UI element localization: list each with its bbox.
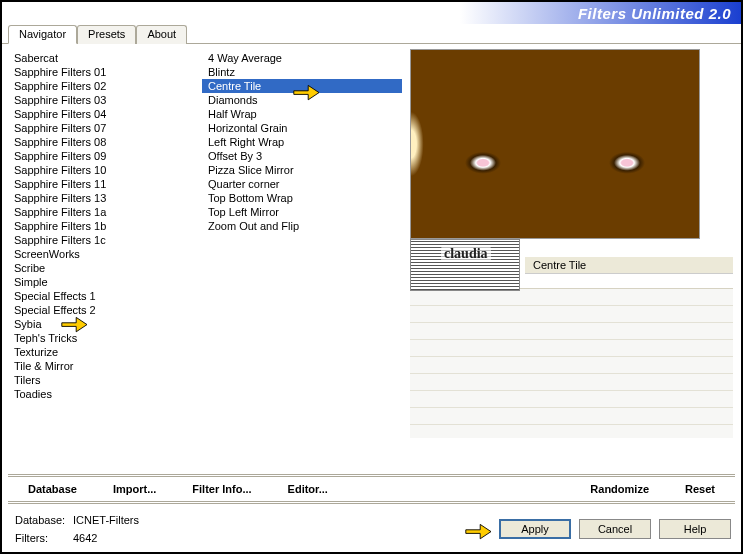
list-item[interactable]: Sapphire Filters 10: [8, 163, 202, 177]
watermark: [410, 239, 520, 291]
tab-navigator[interactable]: Navigator: [8, 25, 77, 44]
tab-about[interactable]: About: [136, 25, 187, 44]
param-row: [410, 391, 733, 408]
filter-info-button[interactable]: Filter Info...: [182, 481, 261, 497]
filter-column: 4 Way AverageBlintzCentre TileDiamondsHa…: [202, 44, 402, 474]
app-title: Filters Unlimited 2.0: [578, 5, 731, 22]
database-button[interactable]: Database: [18, 481, 87, 497]
list-item[interactable]: Zoom Out and Flip: [202, 219, 402, 233]
import-button[interactable]: Import...: [103, 481, 166, 497]
list-item[interactable]: Sapphire Filters 02: [8, 79, 202, 93]
list-item[interactable]: Sapphire Filters 09: [8, 149, 202, 163]
list-item[interactable]: Half Wrap: [202, 107, 402, 121]
list-item[interactable]: Sapphire Filters 1c: [8, 233, 202, 247]
list-item[interactable]: Diamonds: [202, 93, 402, 107]
list-item[interactable]: Tilers: [8, 373, 202, 387]
list-item[interactable]: 4 Way Average: [202, 51, 402, 65]
bottom-bar: Database: ICNET-Filters Filters: 4642 Ap…: [2, 504, 741, 554]
list-item[interactable]: Offset By 3: [202, 149, 402, 163]
list-item[interactable]: Horizontal Grain: [202, 121, 402, 135]
main-area: SabercatSapphire Filters 01Sapphire Filt…: [2, 44, 741, 474]
preview-column: Centre Tile: [402, 44, 741, 474]
status-db-value: ICNET-Filters: [72, 512, 140, 528]
editor-button[interactable]: Editor...: [278, 481, 338, 497]
list-item[interactable]: Tile & Mirror: [8, 359, 202, 373]
preview-image: [410, 49, 700, 239]
status-filters-value: 4642: [72, 530, 140, 546]
list-item[interactable]: Quarter corner: [202, 177, 402, 191]
list-item[interactable]: Sapphire Filters 1a: [8, 205, 202, 219]
list-item[interactable]: Top Left Mirror: [202, 205, 402, 219]
current-filter-label: Centre Tile: [525, 257, 733, 274]
list-item[interactable]: Sabercat: [8, 51, 202, 65]
list-item[interactable]: Centre Tile: [202, 79, 402, 93]
list-item[interactable]: Sapphire Filters 01: [8, 65, 202, 79]
param-row: [410, 323, 733, 340]
list-item[interactable]: Sapphire Filters 13: [8, 191, 202, 205]
param-row: [410, 289, 733, 306]
list-item[interactable]: Sybia: [8, 317, 202, 331]
list-item[interactable]: Scribe: [8, 261, 202, 275]
help-button[interactable]: Help: [659, 519, 731, 539]
param-row: [410, 340, 733, 357]
param-row: [410, 408, 733, 425]
param-row: [410, 306, 733, 323]
params-box: [410, 288, 733, 438]
randomize-button[interactable]: Randomize: [580, 481, 659, 497]
title-bar: Filters Unlimited 2.0: [2, 2, 741, 24]
list-item[interactable]: ScreenWorks: [8, 247, 202, 261]
tab-presets[interactable]: Presets: [77, 25, 136, 44]
toolbar: Database Import... Filter Info... Editor…: [8, 474, 735, 504]
list-item[interactable]: Simple: [8, 275, 202, 289]
list-item[interactable]: Special Effects 1: [8, 289, 202, 303]
list-item[interactable]: Sapphire Filters 11: [8, 177, 202, 191]
list-item[interactable]: Left Right Wrap: [202, 135, 402, 149]
list-item[interactable]: Teph's Tricks: [8, 331, 202, 345]
list-item[interactable]: Pizza Slice Mirror: [202, 163, 402, 177]
status-area: Database: ICNET-Filters Filters: 4642: [12, 510, 142, 548]
param-row: [410, 374, 733, 391]
list-item[interactable]: Toadies: [8, 387, 202, 401]
reset-button[interactable]: Reset: [675, 481, 725, 497]
filter-list[interactable]: 4 Way AverageBlintzCentre TileDiamondsHa…: [202, 49, 402, 469]
list-item[interactable]: Sapphire Filters 07: [8, 121, 202, 135]
category-column: SabercatSapphire Filters 01Sapphire Filt…: [2, 44, 202, 474]
list-item[interactable]: Texturize: [8, 345, 202, 359]
status-db-label: Database:: [14, 512, 70, 528]
list-item[interactable]: Sapphire Filters 04: [8, 107, 202, 121]
status-filters-label: Filters:: [14, 530, 70, 546]
cancel-button[interactable]: Cancel: [579, 519, 651, 539]
list-item[interactable]: Special Effects 2: [8, 303, 202, 317]
list-item[interactable]: Top Bottom Wrap: [202, 191, 402, 205]
tabs: NavigatorPresetsAbout: [2, 24, 741, 44]
list-item[interactable]: Blintz: [202, 65, 402, 79]
apply-button[interactable]: Apply: [499, 519, 571, 539]
list-item[interactable]: Sapphire Filters 08: [8, 135, 202, 149]
list-item[interactable]: Sapphire Filters 03: [8, 93, 202, 107]
param-row: [410, 357, 733, 374]
category-list[interactable]: SabercatSapphire Filters 01Sapphire Filt…: [8, 49, 202, 469]
list-item[interactable]: Sapphire Filters 1b: [8, 219, 202, 233]
